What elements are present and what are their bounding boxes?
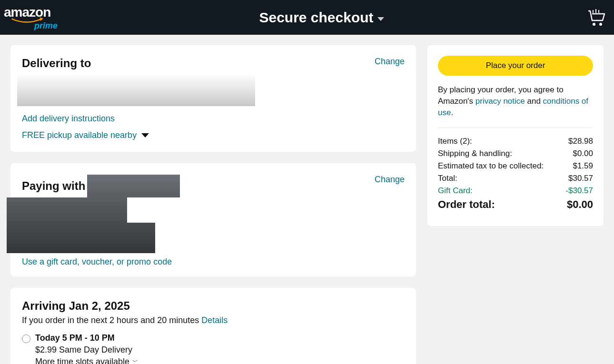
delivery-option-price: $2.99 Same Day Delivery xyxy=(35,345,138,355)
more-slots-text: More time slots available xyxy=(35,357,129,364)
delivery-option-title: Today 5 PM - 10 PM xyxy=(35,333,138,343)
redacted-payment-detail xyxy=(7,223,155,253)
arriving-subtext: If you order in the next 2 hours and 20 … xyxy=(22,315,405,325)
main-column: Delivering to Change Add delivery instru… xyxy=(10,45,416,364)
divider xyxy=(438,128,593,128)
delivery-card: Delivering to Change Add delivery instru… xyxy=(10,45,416,152)
delivery-title: Delivering to xyxy=(22,57,255,70)
amazon-logo[interactable]: amazon prime xyxy=(4,4,58,31)
chevron-down-icon: ﹀ xyxy=(132,358,138,364)
chevron-down-icon xyxy=(377,17,384,21)
terms-and: and xyxy=(525,97,543,106)
order-total-row: Order total: $0.00 xyxy=(438,198,593,211)
more-time-slots-toggle[interactable]: More time slots available ﹀ xyxy=(35,357,138,364)
place-order-button[interactable]: Place your order xyxy=(438,56,593,76)
free-pickup-text: FREE pickup available nearby xyxy=(22,130,137,140)
details-link[interactable]: Details xyxy=(201,315,228,325)
redacted-payment-method xyxy=(87,175,180,197)
terms-period: . xyxy=(451,108,453,117)
terms-text: By placing your order, you agree to Amaz… xyxy=(438,84,593,118)
redacted-address xyxy=(17,74,255,106)
header-title-text: Secure checkout xyxy=(259,10,373,26)
payment-title: Paying with xyxy=(22,179,85,193)
tax-label: Estimated tax to be collected: xyxy=(438,161,544,171)
header-bar: amazon prime Secure checkout xyxy=(0,0,614,35)
svg-point-1 xyxy=(599,23,602,26)
svg-point-0 xyxy=(593,23,595,26)
items-value: $28.98 xyxy=(568,137,593,146)
tax-value: $1.59 xyxy=(573,161,593,171)
main-container: Delivering to Change Add delivery instru… xyxy=(0,35,614,364)
arriving-card: Arriving Jan 2, 2025 If you order in the… xyxy=(10,288,416,364)
order-summary-card: Place your order By placing your order, … xyxy=(427,45,604,226)
shipping-value: $0.00 xyxy=(573,149,593,158)
add-delivery-instructions-link[interactable]: Add delivery instructions xyxy=(22,114,405,124)
prime-logo-text: prime xyxy=(34,21,58,31)
privacy-notice-link[interactable]: privacy notice xyxy=(475,97,525,106)
items-label: Items (2): xyxy=(438,137,472,146)
gift-card-link[interactable]: Use a gift card, voucher, or promo code xyxy=(22,257,172,266)
order-total-label: Order total: xyxy=(438,198,495,211)
chevron-down-icon xyxy=(141,133,149,138)
tax-row: Estimated tax to be collected: $1.59 xyxy=(438,161,593,171)
free-pickup-toggle[interactable]: FREE pickup available nearby xyxy=(22,130,405,140)
secure-checkout-dropdown[interactable]: Secure checkout xyxy=(259,10,384,26)
order-window-text: If you order in the next 2 hours and 20 … xyxy=(22,315,201,325)
gift-label: Gift Card: xyxy=(438,186,473,196)
payment-card: Paying with Change Use a gift card, vouc… xyxy=(10,163,416,276)
change-payment-link[interactable]: Change xyxy=(375,175,405,185)
gift-value: -$30.57 xyxy=(565,186,593,196)
cart-icon[interactable] xyxy=(585,8,606,27)
order-summary-sidebar: Place your order By placing your order, … xyxy=(427,45,604,364)
redacted-payment-detail xyxy=(7,197,127,223)
items-row: Items (2): $28.98 xyxy=(438,137,593,146)
total-label: Total: xyxy=(438,174,457,183)
order-total-value: $0.00 xyxy=(567,198,593,211)
change-delivery-link[interactable]: Change xyxy=(375,57,405,67)
total-row: Total: $30.57 xyxy=(438,174,593,183)
gift-card-row: Gift Card: -$30.57 xyxy=(438,186,593,196)
shipping-row: Shipping & handling: $0.00 xyxy=(438,149,593,158)
radio-icon[interactable] xyxy=(22,334,30,343)
shipping-label: Shipping & handling: xyxy=(438,149,512,158)
total-value: $30.57 xyxy=(568,174,593,183)
arriving-title: Arriving Jan 2, 2025 xyxy=(22,299,405,313)
delivery-option-row[interactable]: Today 5 PM - 10 PM $2.99 Same Day Delive… xyxy=(22,333,405,364)
